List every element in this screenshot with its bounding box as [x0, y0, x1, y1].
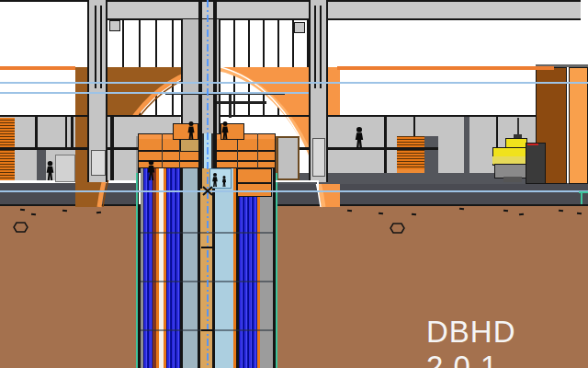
rock-mark	[503, 210, 508, 213]
rock-mark	[20, 209, 25, 212]
rock-hexagon-symbol	[390, 221, 406, 232]
rock-mark	[379, 213, 383, 215]
rock-mark	[519, 213, 524, 216]
drawing-title: DBHD 2.0.1	[426, 315, 588, 368]
rock-mark	[559, 210, 563, 213]
rock-mark	[459, 208, 464, 211]
rock-mark	[577, 213, 582, 215]
rock-mark	[96, 212, 101, 214]
rock-hexagon-symbol	[13, 220, 29, 231]
rock-mark	[62, 210, 67, 213]
cad-drawing-canvas: DBHD 2.0.1	[0, 0, 588, 368]
rocks-layer	[0, 0, 588, 368]
rock-mark	[31, 213, 36, 216]
rock-mark	[412, 213, 416, 216]
rock-mark	[347, 210, 352, 213]
